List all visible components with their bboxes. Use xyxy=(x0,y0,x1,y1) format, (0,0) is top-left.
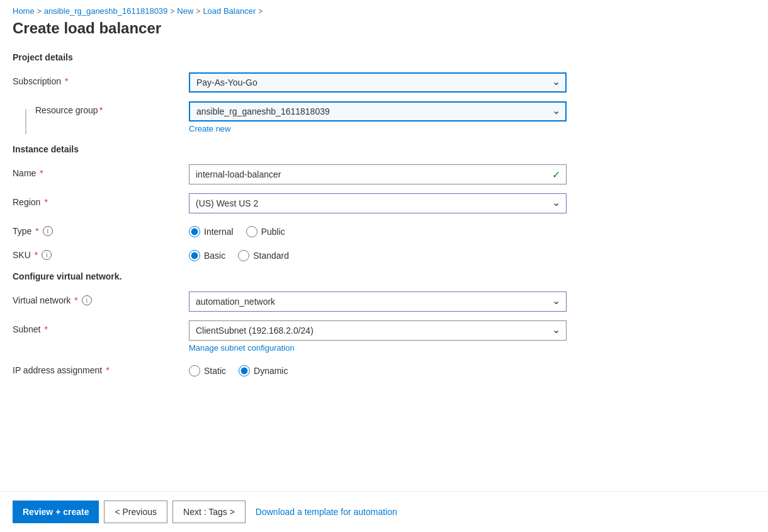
subnet-select[interactable]: ClientSubnet (192.168.2.0/24) xyxy=(189,320,567,341)
region-control: (US) West US 2 xyxy=(189,193,567,213)
ip-static-label: Static xyxy=(204,366,226,376)
sku-control: Basic Standard xyxy=(189,246,567,261)
breadcrumb-lb[interactable]: Load Balancer xyxy=(203,6,256,16)
type-internal-label: Internal xyxy=(204,227,234,237)
type-public-option[interactable]: Public xyxy=(246,226,285,237)
type-internal-radio[interactable] xyxy=(189,226,200,237)
vnet-info-icon[interactable]: i xyxy=(82,295,92,305)
sku-basic-radio[interactable] xyxy=(189,250,200,261)
type-public-label: Public xyxy=(261,227,285,237)
region-label: Region * xyxy=(13,193,189,207)
subnet-select-wrapper: ClientSubnet (192.168.2.0/24) xyxy=(189,320,567,341)
ip-assignment-control: Static Dynamic xyxy=(189,361,567,376)
subnet-group: Subnet * ClientSubnet (192.168.2.0/24) M… xyxy=(13,320,755,353)
type-label: Type * i xyxy=(13,222,189,236)
breadcrumb-new[interactable]: New xyxy=(177,6,193,16)
type-public-radio[interactable] xyxy=(246,226,257,237)
ip-radio-group: Static Dynamic xyxy=(189,361,567,376)
vnet-label: Virtual network * i xyxy=(13,291,189,305)
page-title: Create load balancer xyxy=(13,20,755,37)
resource-group-select[interactable]: ansible_rg_ganeshb_1611818039 xyxy=(189,101,567,122)
section-configure-vnet: Configure virtual network. xyxy=(13,271,755,281)
region-select-wrapper: (US) West US 2 xyxy=(189,193,567,213)
subscription-select-wrapper: Pay-As-You-Go xyxy=(189,72,567,93)
name-valid-icon: ✓ xyxy=(552,169,560,181)
resource-group-select-wrapper: ansible_rg_ganeshb_1611818039 xyxy=(189,101,567,122)
manage-subnet-link[interactable]: Manage subnet configuration xyxy=(189,343,295,353)
sku-group: SKU * i Basic Standard xyxy=(13,246,755,261)
create-new-link[interactable]: Create new xyxy=(189,124,230,133)
subscription-control: Pay-As-You-Go xyxy=(189,72,567,93)
vnet-select-wrapper: automation_network xyxy=(189,291,567,312)
region-select[interactable]: (US) West US 2 xyxy=(189,193,567,213)
download-template-link[interactable]: Download a template for automation xyxy=(256,507,397,517)
subnet-control: ClientSubnet (192.168.2.0/24) Manage sub… xyxy=(189,320,567,353)
vnet-group: Virtual network * i automation_network xyxy=(13,291,755,312)
sku-standard-radio[interactable] xyxy=(238,250,249,261)
sku-radio-group: Basic Standard xyxy=(189,246,567,261)
section-instance-details: Instance details xyxy=(13,144,755,154)
ip-dynamic-radio[interactable] xyxy=(239,365,250,376)
name-group: Name * ✓ xyxy=(13,164,755,184)
ip-assignment-label: IP address assignment * xyxy=(13,361,189,375)
ip-assignment-group: IP address assignment * Static Dynamic xyxy=(13,361,755,376)
sku-standard-label: Standard xyxy=(253,251,289,261)
ip-dynamic-label: Dynamic xyxy=(254,366,288,376)
sku-basic-option[interactable]: Basic xyxy=(189,250,225,261)
type-internal-option[interactable]: Internal xyxy=(189,226,234,237)
name-input[interactable] xyxy=(189,164,567,184)
breadcrumb-home[interactable]: Home xyxy=(13,6,35,16)
region-group: Region * (US) West US 2 xyxy=(13,193,755,213)
type-info-icon[interactable]: i xyxy=(43,226,53,236)
resource-group-label-area: Resource group * xyxy=(13,101,189,134)
resource-group-label: Resource group xyxy=(35,105,98,115)
name-control: ✓ xyxy=(189,164,567,184)
breadcrumb-rg[interactable]: ansible_rg_ganeshb_1611818039 xyxy=(44,6,168,16)
bottom-bar: Review + create < Previous Next : Tags >… xyxy=(0,491,768,532)
resource-group-group: Resource group * ansible_rg_ganeshb_1611… xyxy=(13,101,755,134)
previous-button[interactable]: < Previous xyxy=(104,501,167,523)
ip-static-option[interactable]: Static xyxy=(189,365,226,376)
name-label: Name * xyxy=(13,164,189,178)
subscription-group: Subscription * Pay-As-You-Go xyxy=(13,72,755,93)
subnet-label: Subnet * xyxy=(13,320,189,334)
breadcrumb: Home > ansible_rg_ganeshb_1611818039 > N… xyxy=(0,0,768,20)
type-group: Type * i Internal Public xyxy=(13,222,755,237)
subscription-select[interactable]: Pay-As-You-Go xyxy=(189,72,567,93)
type-radio-group: Internal Public xyxy=(189,222,567,237)
vnet-control: automation_network xyxy=(189,291,567,312)
resource-group-control: ansible_rg_ganeshb_1611818039 Create new xyxy=(189,101,567,133)
next-button[interactable]: Next : Tags > xyxy=(172,501,246,523)
ip-static-radio[interactable] xyxy=(189,365,200,376)
review-create-button[interactable]: Review + create xyxy=(13,501,99,523)
ip-dynamic-option[interactable]: Dynamic xyxy=(239,365,288,376)
sku-standard-option[interactable]: Standard xyxy=(238,250,289,261)
section-project-details: Project details xyxy=(13,52,755,62)
vnet-select[interactable]: automation_network xyxy=(189,291,567,312)
sku-info-icon[interactable]: i xyxy=(42,250,52,260)
sku-basic-label: Basic xyxy=(204,251,225,261)
type-control: Internal Public xyxy=(189,222,567,237)
sku-label: SKU * i xyxy=(13,246,189,260)
subscription-label: Subscription * xyxy=(13,72,189,86)
